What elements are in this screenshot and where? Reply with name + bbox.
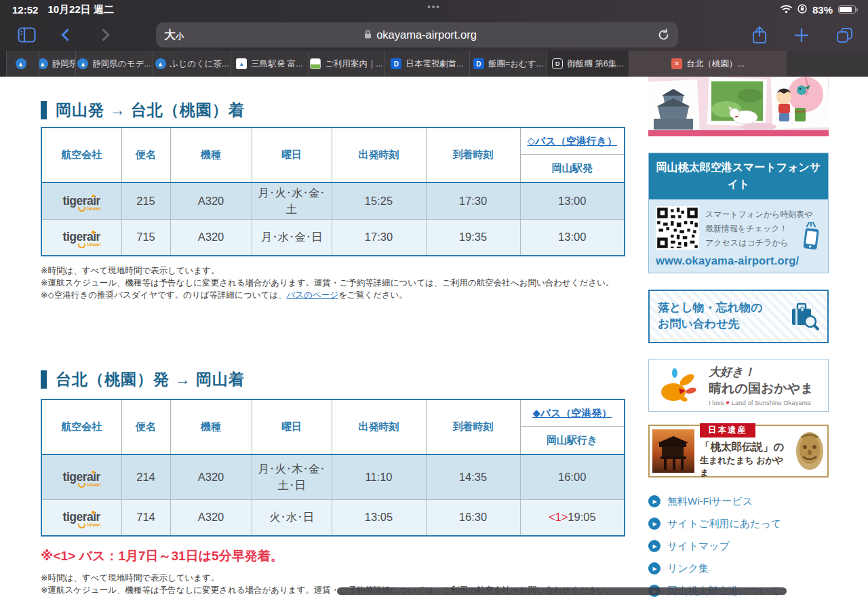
- tab-favicon: [391, 58, 401, 69]
- airline-cell: tigerairtaiwan: [41, 454, 121, 499]
- col-aircraft: 機種: [170, 400, 252, 454]
- bus-to-airport-link[interactable]: ◇バス（空港行き）: [527, 135, 617, 148]
- outbound-table: 航空会社 便名 機種 曜日 出発時刻 到着時刻 ◇バス（空港行き） 岡山駅発 t…: [41, 127, 625, 256]
- col-arrival: 到着時刻: [426, 400, 520, 454]
- inbound-heading: 台北（桃園）発 → 岡山着: [41, 369, 629, 389]
- browser-toolbar: 大小 okayama-airport.org: [0, 19, 868, 51]
- inbound-table: 航空会社 便名 機種 曜日 出発時刻 到着時刻 ◆バス（空港発） 岡山駅行き t…: [41, 399, 625, 537]
- heritage-banner[interactable]: 日本遺産 「桃太郎伝説」の 生まれたまち おかやま: [648, 425, 829, 478]
- tab-label: 御飯糰 第6集...: [567, 58, 623, 70]
- bus-page-link[interactable]: バスのページ: [287, 290, 338, 300]
- lost-found-banner[interactable]: 落とし物・忘れ物の お問い合わせ先: [648, 290, 829, 343]
- tab-4[interactable]: 三島駅発 富...: [231, 51, 309, 77]
- play-icon: [648, 495, 660, 507]
- aircraft-cell: A320: [170, 182, 252, 219]
- tab-favicon: [236, 58, 247, 69]
- wifi-icon: [781, 4, 792, 16]
- table-row: tigerairtaiwan 714 A320 火･水･日 13:05 16:3…: [41, 499, 625, 536]
- col-bus: ◆バス（空港発） 岡山駅行き: [520, 400, 625, 454]
- smartphone-site-title: 岡山桃太郎空港スマートフォンサイト: [649, 153, 828, 199]
- bus-footnote-marker: <1>: [549, 511, 568, 523]
- col-airline: 航空会社: [41, 128, 121, 182]
- tigerair-logo: tigerairtaiwan: [63, 471, 100, 484]
- arrival-cell: 17:30: [426, 182, 520, 219]
- col-arrival: 到着時刻: [426, 128, 520, 182]
- bus-sub-label: 岡山駅発: [552, 162, 593, 175]
- tab-7[interactable]: 飯團=おむす...: [470, 51, 547, 77]
- link-links[interactable]: リンク集: [648, 562, 829, 575]
- tab-1[interactable]: 静岡県: [39, 51, 76, 77]
- col-days: 曜日: [252, 128, 332, 182]
- col-aircraft: 機種: [170, 128, 252, 182]
- col-departure: 出発時刻: [332, 128, 426, 182]
- luggage-search-icon: [789, 302, 819, 330]
- sidebar-toggle-icon[interactable]: [18, 27, 36, 43]
- link-sitemap[interactable]: サイトマップ: [648, 540, 829, 553]
- tab-5[interactable]: ご利用案内｜...: [309, 51, 385, 77]
- heritage-badge: 日本遺産: [700, 423, 755, 437]
- tab-label: 飯團=おむす...: [488, 58, 543, 70]
- address-bar[interactable]: 大小 okayama-airport.org: [156, 22, 678, 47]
- col-flight: 便名: [121, 400, 170, 454]
- lock-icon: [364, 28, 372, 41]
- heading-text: 岡山発 → 台北（桃園）着: [56, 100, 245, 121]
- link-label: サイトご利用にあたって: [667, 518, 781, 530]
- tab-label: 三島駅発 富...: [251, 58, 302, 70]
- note-line: ※運航スケジュール、機種等は予告なしに変更される場合があります。運賃・ご予約等詳…: [41, 277, 629, 289]
- new-tab-icon[interactable]: [794, 28, 809, 43]
- tabs-overview-icon[interactable]: [836, 27, 853, 43]
- tab-0[interactable]: [7, 51, 39, 77]
- note-line: ※時間は、すべて現地時間で表示しています。: [41, 265, 629, 277]
- heading-bar: [41, 370, 47, 389]
- table-header-row: 航空会社 便名 機種 曜日 出発時刻 到着時刻 ◇バス（空港行き） 岡山駅発: [41, 128, 625, 182]
- tab-9-active[interactable]: 台北（桃園）...: [629, 51, 787, 77]
- tabbar-edge: [0, 51, 7, 77]
- tab-8[interactable]: 御飯糰 第6集...: [547, 51, 629, 77]
- multitask-indicator[interactable]: •••: [427, 1, 441, 12]
- tab-bar: 静岡県 静岡県のモデ... ふじのくに茶... 三島駅発 富... ご利用案内｜…: [0, 51, 868, 77]
- col-flight: 便名: [121, 128, 170, 182]
- back-button[interactable]: [63, 31, 72, 39]
- link-label: リンク集: [667, 562, 709, 575]
- qr-code: [656, 206, 699, 250]
- smartphone-site-url[interactable]: www.okayama-airport.org/: [656, 254, 821, 267]
- tab-6[interactable]: 日本電視劇首...: [385, 51, 470, 77]
- link-site-usage[interactable]: サイトご利用にあたって: [648, 518, 829, 530]
- sunshine-logo: [654, 365, 703, 406]
- days-cell: 月･火･木･金･土･日: [252, 454, 332, 499]
- tab-3[interactable]: ふじのくに茶...: [153, 51, 231, 77]
- horizontal-scrollbar[interactable]: [337, 587, 787, 595]
- url-host: okayama-airport.org: [376, 28, 477, 41]
- tigerair-logo: tigerairtaiwan: [63, 231, 100, 244]
- outbound-notes: ※時間は、すべて現地時間で表示しています。 ※運航スケジュール、機種等は予告なし…: [41, 265, 629, 301]
- sunshine-line: 晴れの国おかやま: [709, 380, 814, 397]
- arrival-cell: 19:35: [426, 219, 520, 256]
- tab-2[interactable]: 静岡県のモデ...: [76, 51, 153, 77]
- heritage-photo: [652, 429, 694, 473]
- aircraft-cell: A320: [170, 454, 252, 499]
- tab-label: ご利用案内｜...: [325, 58, 382, 70]
- note-line: ※◇空港行きの推奨バスダイヤです。のりば等詳細については、バスのページをご覧くだ…: [41, 289, 629, 301]
- col-airline: 航空会社: [41, 400, 121, 454]
- airline-cell: tigerairtaiwan: [41, 182, 121, 219]
- table-row: tigerairtaiwan 214 A320 月･火･木･金･土･日 11:1…: [41, 454, 625, 499]
- tab-label: ふじのくに茶...: [170, 58, 229, 70]
- reload-icon[interactable]: [657, 28, 670, 41]
- airline-cell: tigerairtaiwan: [41, 499, 121, 536]
- airline-cell: tigerairtaiwan: [41, 219, 121, 256]
- arrival-cell: 16:30: [426, 499, 520, 536]
- tab-label: 日本電視劇首...: [406, 58, 463, 70]
- share-icon[interactable]: [752, 26, 767, 44]
- sunshine-line: 大好き！: [709, 364, 814, 380]
- ogre-mask-icon: [795, 429, 825, 473]
- forward-button[interactable]: [99, 31, 108, 39]
- link-wifi[interactable]: 無料Wi-Fiサービス: [648, 495, 829, 508]
- text-size-button[interactable]: 大小: [164, 27, 184, 43]
- clock: 12:52: [12, 4, 38, 16]
- bus-from-airport-link[interactable]: ◆バス（空港発）: [532, 407, 612, 420]
- smartphone-site-box[interactable]: 岡山桃太郎空港スマートフォンサイト: [648, 153, 829, 273]
- sunshine-okayama-banner[interactable]: 大好き！ 晴れの国おかやま I love ♥ Land of Sunshine …: [648, 359, 829, 412]
- okayama-illustration-banner[interactable]: [648, 77, 829, 136]
- arrival-cell: 14:35: [426, 454, 520, 499]
- smartphone-icon: [801, 222, 821, 250]
